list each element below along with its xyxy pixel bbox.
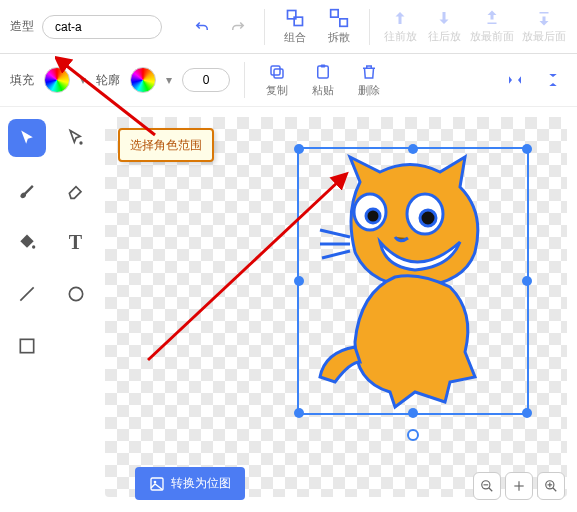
resize-handle-s[interactable] [408,408,418,418]
pointer-icon [17,128,37,148]
square-icon [17,336,37,356]
redo-button[interactable] [224,13,252,41]
zoom-in-button[interactable] [537,472,565,500]
resize-handle-se[interactable] [522,408,532,418]
zoom-controls [473,472,565,500]
delete-label: 删除 [358,83,380,98]
forward-button[interactable]: 往前放 [382,9,418,44]
svg-point-23 [154,480,157,483]
zoom-reset-button[interactable] [505,472,533,500]
back-icon [535,9,553,27]
zoom-out-button[interactable] [473,472,501,500]
costume-label: 造型 [10,18,34,35]
top-toolbar: 造型 组合 拆散 往前放 往后放 放最前面 放最后面 [0,0,577,54]
resize-handle-w[interactable] [294,276,304,286]
bucket-icon [17,232,37,252]
reshape-tool[interactable] [57,119,95,157]
svg-line-30 [553,488,557,492]
line-icon [17,284,37,304]
copy-label: 复制 [266,83,288,98]
rotate-handle[interactable] [407,429,419,441]
ungroup-label: 拆散 [328,30,350,45]
resize-handle-n[interactable] [408,144,418,154]
tooltip-text: 选择角色范围 [130,138,202,152]
main-area: T [0,107,577,512]
group-icon [285,8,305,28]
outline-label: 轮廓 [96,72,120,89]
convert-label: 转换为位图 [171,475,231,492]
svg-line-25 [489,488,493,492]
select-tool[interactable] [8,119,46,157]
flip-vertical-button[interactable] [539,66,567,94]
backward-icon [435,9,453,27]
circle-icon [66,284,86,304]
divider [264,9,265,45]
forward-icon [391,9,409,27]
divider [369,9,370,45]
ungroup-button[interactable]: 拆散 [321,8,357,45]
svg-rect-2 [331,10,339,18]
eraser-tool[interactable] [57,171,95,209]
resize-handle-nw[interactable] [294,144,304,154]
flip-horizontal-button[interactable] [501,66,529,94]
group-label: 组合 [284,30,306,45]
forward-label: 往前放 [384,29,417,44]
paste-button[interactable]: 粘贴 [305,63,341,98]
fill-tool[interactable] [8,223,46,261]
backward-button[interactable]: 往后放 [426,9,462,44]
rect-tool[interactable] [8,327,46,365]
backward-label: 往后放 [428,29,461,44]
svg-rect-3 [340,19,348,27]
text-icon: T [69,231,82,254]
ungroup-icon [329,8,349,28]
svg-rect-7 [321,64,326,67]
svg-point-8 [79,141,82,144]
svg-point-11 [69,287,82,300]
outline-color-picker[interactable] [130,67,156,93]
svg-rect-6 [318,66,329,78]
line-tool[interactable] [8,275,46,313]
group-button[interactable]: 组合 [277,8,313,45]
reshape-icon [66,128,86,148]
brush-icon [17,180,37,200]
copy-button[interactable]: 复制 [259,63,295,98]
eraser-icon [66,180,86,200]
resize-handle-e[interactable] [522,276,532,286]
image-icon [149,476,165,492]
svg-rect-5 [271,66,280,75]
selection-bounding-box[interactable] [297,147,529,415]
style-toolbar: 填充 ▾ 轮廓 ▾ 复制 粘贴 删除 [0,54,577,107]
paste-icon [314,63,332,81]
undo-button[interactable] [188,13,216,41]
copy-icon [268,63,286,81]
trash-icon [360,63,378,81]
resize-handle-sw[interactable] [294,408,304,418]
canvas-wrapper [105,107,577,512]
delete-button[interactable]: 删除 [351,63,387,98]
costume-name-input[interactable] [42,15,162,39]
circle-tool[interactable] [57,275,95,313]
paste-label: 粘贴 [312,83,334,98]
text-tool[interactable]: T [57,223,95,261]
annotation-tooltip: 选择角色范围 [118,128,214,162]
fill-color-picker[interactable] [44,67,70,93]
back-button[interactable]: 放最后面 [522,9,566,44]
tool-palette: T [0,107,105,512]
svg-rect-4 [274,69,283,78]
outline-width-input[interactable] [182,68,230,92]
convert-to-bitmap-button[interactable]: 转换为位图 [135,467,245,500]
back-label: 放最后面 [522,29,566,44]
front-label: 放最前面 [470,29,514,44]
fill-label: 填充 [10,72,34,89]
resize-handle-ne[interactable] [522,144,532,154]
svg-line-10 [20,287,33,300]
svg-point-9 [32,245,35,248]
divider [244,62,245,98]
brush-tool[interactable] [8,171,46,209]
svg-rect-12 [20,339,33,352]
front-button[interactable]: 放最前面 [470,9,514,44]
drawing-canvas[interactable] [105,117,567,497]
front-icon [483,9,501,27]
